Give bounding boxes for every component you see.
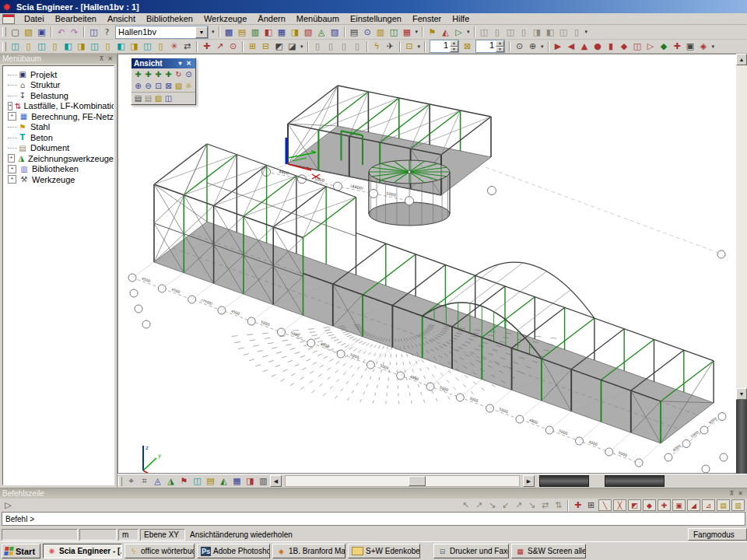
- select-tool-icon[interactable]: ↗: [213, 40, 226, 52]
- selection-mode-icon[interactable]: ↖: [459, 499, 472, 511]
- project-tool-icon[interactable]: ▧: [302, 26, 315, 38]
- result-tool-icon[interactable]: ▲: [578, 40, 591, 52]
- snap-mode-icon[interactable]: ✚: [658, 499, 671, 511]
- toolbar-grip[interactable]: [118, 477, 122, 486]
- project-tool-icon[interactable]: ▩: [223, 26, 236, 38]
- toolbar-grip[interactable]: [2, 42, 6, 51]
- zoom-icon[interactable]: ⊠: [163, 81, 174, 91]
- view-option-icon[interactable]: ◫: [191, 475, 204, 487]
- view-config-icon[interactable]: ◨: [531, 26, 544, 38]
- file-tool-icon[interactable]: ▧: [22, 26, 35, 38]
- vertical-scrollbar[interactable]: ▲ ▼: [736, 54, 747, 474]
- tree-item-werkzeuge[interactable]: +⚒Werkzeuge: [8, 174, 114, 185]
- expand-icon[interactable]: +: [8, 175, 16, 184]
- tree-item-lastfaelle[interactable]: +⇅Lastfälle, LF-Kombinationen: [8, 101, 114, 112]
- view-palette[interactable]: Ansicht ▾ ✕ ✚✚✚✚↻⊙ ⊕⊖⊡⊠▧☼ ▤▤▧◫: [131, 58, 196, 105]
- tree-item-bibliotheken[interactable]: +▥Bibliotheken: [8, 164, 114, 175]
- modify-tool-icon[interactable]: ◪: [286, 40, 299, 52]
- result-tool-icon[interactable]: ●: [591, 40, 605, 52]
- expand-icon[interactable]: +: [8, 112, 16, 121]
- selection-mode-icon[interactable]: ⇅: [552, 499, 565, 511]
- toolbar-overflow-icon[interactable]: ▾: [465, 29, 472, 35]
- view-option-icon[interactable]: ◭: [217, 475, 230, 487]
- modify-tool-icon[interactable]: ⊞: [246, 40, 259, 52]
- tree-item-belastung[interactable]: ↧Belastung: [8, 90, 114, 101]
- expand-icon[interactable]: +: [8, 102, 12, 110]
- scroll-thumb[interactable]: [409, 476, 426, 486]
- menu-aendern[interactable]: Ändern: [252, 14, 290, 24]
- view-option-icon[interactable]: ⚑: [177, 475, 191, 487]
- output-tool-icon[interactable]: ▤: [348, 26, 361, 38]
- selection-mode-icon[interactable]: ↗: [512, 499, 525, 511]
- project-combobox[interactable]: Hallen1bv ▼: [115, 26, 209, 39]
- tree-item-dokument[interactable]: ▤Dokument: [8, 143, 114, 154]
- zoom-icon[interactable]: ☼: [184, 81, 194, 91]
- result-tool-icon[interactable]: ◀: [565, 40, 578, 52]
- file-tool-icon[interactable]: ▣: [35, 26, 48, 38]
- view-palette-header[interactable]: Ansicht ▾ ✕: [132, 58, 195, 68]
- view-direction-icon[interactable]: ✚: [163, 69, 174, 79]
- layer-tool-icon[interactable]: ⊡: [403, 40, 416, 52]
- zoom-tool-icon[interactable]: ⊕: [526, 40, 539, 52]
- project-tool-icon[interactable]: ▦: [275, 26, 289, 38]
- view-direction-icon[interactable]: ✚: [143, 69, 153, 79]
- member-tool-icon[interactable]: ◧: [61, 40, 75, 52]
- view-option-icon[interactable]: ◮: [164, 475, 177, 487]
- snap-mode-icon[interactable]: ▣: [672, 499, 686, 511]
- tree-item-stahl[interactable]: ⚑Stahl: [8, 122, 114, 133]
- tree-item-beton[interactable]: TBeton: [8, 132, 114, 143]
- menu-bearbeiten[interactable]: Bearbeiten: [50, 14, 102, 24]
- title-bar[interactable]: ❋ Scia Engineer - [Hallen1bv : 1]: [0, 0, 747, 13]
- tree-item-zeichnungswerkzeuge[interactable]: +◮Zeichnungswerkzeuge: [8, 153, 114, 164]
- view-config-icon[interactable]: ◫: [478, 26, 491, 38]
- menu-werkzeuge[interactable]: Werkzeuge: [198, 14, 252, 24]
- result-tool-icon[interactable]: ◈: [697, 40, 710, 52]
- spinner-arrows-icon[interactable]: ▲▼: [450, 40, 458, 52]
- scroll-thumb[interactable]: [736, 400, 747, 474]
- taskbar-item-sw-screen[interactable]: ▦ S&W Screen alles -...: [511, 544, 586, 558]
- taskbar-item-photoshop[interactable]: Ps Adobe Photoshop ...: [197, 544, 270, 558]
- copy-tool-icon[interactable]: ▯: [351, 40, 364, 52]
- view-option-icon[interactable]: ▤: [204, 475, 217, 487]
- misc-tool-icon[interactable]: ✈: [384, 40, 397, 52]
- output-tool-icon[interactable]: ▦: [401, 26, 414, 38]
- snap-mode-icon[interactable]: ▥: [731, 499, 745, 511]
- menu-menuebaum[interactable]: Menübaum: [291, 14, 345, 24]
- selection-mode-icon[interactable]: ⇄: [538, 499, 552, 511]
- selection-mode-icon[interactable]: ↘: [525, 499, 538, 511]
- menu-bibliotheken[interactable]: Bibliotheken: [141, 14, 198, 24]
- view-config-icon[interactable]: ◫: [504, 26, 517, 38]
- project-tool-icon[interactable]: ◧: [262, 26, 275, 38]
- window-help-icon[interactable]: ◫: [87, 26, 100, 38]
- selection-mode-icon[interactable]: ↗: [472, 499, 486, 511]
- result-tool-icon[interactable]: ▣: [684, 40, 697, 52]
- select-tool-icon[interactable]: ⊙: [226, 40, 240, 52]
- toolbar-overflow-icon[interactable]: ▾: [210, 29, 216, 35]
- result-tool-icon[interactable]: ◫: [631, 40, 644, 52]
- start-button[interactable]: Start: [2, 544, 40, 558]
- 3d-canvas[interactable]: 48005000(4800)500045004500(7500)45005000…: [117, 54, 736, 474]
- snap-mode-icon[interactable]: ⊿: [702, 499, 715, 511]
- selection-mode-icon[interactable]: ↘: [486, 499, 499, 511]
- member-tool-icon[interactable]: ◫: [9, 40, 22, 52]
- zoom-tool-icon[interactable]: ⊙: [513, 40, 526, 52]
- view-option-icon[interactable]: ▥: [257, 475, 270, 487]
- render-mode-icon[interactable]: ◫: [163, 93, 174, 103]
- taskbar-item-branford[interactable]: ◈ 1B. Branford Marsa...: [272, 544, 345, 558]
- result-tool-icon[interactable]: ✚: [671, 40, 684, 52]
- view-option-icon[interactable]: ⌗: [138, 475, 151, 487]
- result-tool-icon[interactable]: ▷: [644, 40, 658, 52]
- scale-spinner-2[interactable]: 1 ▲▼: [475, 40, 505, 53]
- menu-tree-header[interactable]: Menübaum ⊼ ✕: [0, 54, 117, 64]
- member-tool-icon[interactable]: ◫: [141, 40, 154, 52]
- toolbar-overflow-icon[interactable]: ▾: [710, 44, 717, 50]
- spinner-arrows-icon[interactable]: ▲▼: [496, 40, 504, 52]
- zoom-icon[interactable]: ⊖: [143, 81, 153, 91]
- zoom-icon[interactable]: ▧: [174, 81, 184, 91]
- member-tool-icon[interactable]: ▯: [48, 40, 61, 52]
- output-tool-icon[interactable]: ⊙: [361, 26, 374, 38]
- 3d-model-drawing[interactable]: 48005000(4800)500045004500(7500)45005000…: [118, 54, 733, 474]
- undo-redo-icon[interactable]: ↶: [54, 26, 68, 38]
- member-tool-icon[interactable]: ◨: [75, 40, 88, 52]
- file-tool-icon[interactable]: ▢: [9, 26, 22, 38]
